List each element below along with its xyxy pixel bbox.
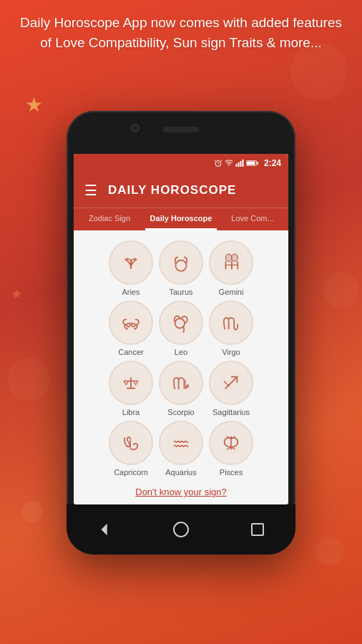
phone-speaker: [163, 127, 199, 132]
deco-star2: ★: [11, 286, 22, 302]
deco-circle5: [315, 537, 344, 565]
phone-nav-bar: [67, 504, 295, 555]
sagittarius-circle: [209, 361, 253, 405]
svg-point-25: [168, 430, 195, 457]
svg-marker-27: [102, 524, 107, 536]
taurus-label: Taurus: [169, 288, 192, 296]
sign-aquarius[interactable]: Aquarius: [159, 421, 203, 477]
sign-leo[interactable]: Leo: [159, 301, 203, 356]
aquarius-circle: [159, 421, 203, 465]
signs-row-4: Capricorn Aquarius: [109, 421, 253, 477]
status-icons: 2:24: [214, 158, 281, 168]
tab-daily-horoscope[interactable]: Daily Horoscope: [145, 208, 217, 230]
deco-circle2: [323, 272, 358, 308]
phone-screen: 2:24 ☰ DAILY HOROSCOPE Zodiac Sign Daily…: [74, 154, 288, 504]
battery-icon: [246, 159, 259, 167]
wifi-icon: [225, 159, 233, 167]
signs-row-2: Cancer: [109, 301, 253, 356]
svg-point-14: [232, 254, 238, 261]
deco-circle4: [21, 501, 43, 522]
sign-aries[interactable]: Aries: [109, 240, 153, 296]
svg-point-10: [168, 250, 195, 276]
capricorn-circle: [109, 421, 153, 465]
leo-circle: [159, 301, 203, 345]
svg-rect-2: [235, 164, 237, 167]
app-title: DAILY HOROSCOPE: [108, 183, 236, 197]
svg-rect-4: [240, 161, 241, 167]
home-button[interactable]: [171, 519, 191, 540]
dont-know-link[interactable]: Don't know your sign?: [135, 487, 227, 497]
libra-label: Libra: [122, 408, 140, 416]
sign-taurus[interactable]: Taurus: [159, 240, 203, 296]
aries-label: Aries: [122, 288, 140, 296]
pisces-circle: [209, 421, 253, 465]
svg-rect-8: [257, 162, 258, 165]
aries-circle: [109, 240, 153, 285]
scorpio-label: Scorpio: [167, 408, 194, 416]
gemini-label: Gemini: [219, 288, 244, 296]
sign-capricorn[interactable]: Capricorn: [109, 421, 153, 477]
sign-pisces[interactable]: Pisces: [209, 421, 253, 477]
capricorn-label: Capricorn: [114, 468, 148, 477]
sign-cancer[interactable]: Cancer: [109, 301, 153, 356]
svg-point-13: [225, 254, 231, 261]
gemini-circle: [209, 240, 253, 285]
tab-love-compatibility[interactable]: Love Com...: [217, 208, 288, 230]
svg-point-20: [218, 310, 245, 336]
back-button[interactable]: [94, 519, 114, 540]
sign-scorpio[interactable]: Scorpio: [159, 361, 203, 416]
phone-shell: 2:24 ☰ DAILY HOROSCOPE Zodiac Sign Daily…: [67, 111, 295, 555]
virgo-circle: [209, 301, 253, 345]
deco-circle3: [7, 358, 50, 401]
svg-point-15: [118, 310, 145, 336]
signal-icon: [235, 159, 244, 167]
sagittarius-label: Sagittarius: [212, 408, 250, 416]
svg-point-18: [168, 310, 195, 336]
tab-zodiac-sign[interactable]: Zodiac Sign: [74, 208, 145, 230]
signs-row-1: Aries Taurus: [109, 240, 253, 296]
status-bar: 2:24: [74, 154, 288, 173]
sign-libra[interactable]: Libra: [109, 361, 153, 416]
phone-camera: [131, 124, 140, 132]
svg-point-17: [132, 323, 135, 327]
sign-gemini[interactable]: Gemini: [209, 240, 253, 296]
cancer-label: Cancer: [118, 348, 143, 356]
app-bar: ☰ DAILY HOROSCOPE: [74, 173, 288, 208]
svg-point-24: [118, 430, 145, 457]
sign-sagittarius[interactable]: Sagittarius: [209, 361, 253, 416]
pisces-label: Pisces: [220, 468, 243, 477]
header-promo-text: Daily Horoscope App now comes with added…: [0, 13, 362, 52]
aquarius-label: Aquarius: [165, 468, 196, 477]
sign-virgo[interactable]: Virgo: [209, 301, 253, 356]
status-time: 2:24: [264, 158, 281, 168]
recents-button[interactable]: [248, 519, 268, 540]
scorpio-circle: [159, 361, 203, 405]
svg-rect-5: [242, 160, 243, 167]
signs-row-3: Libra S: [109, 361, 253, 416]
svg-rect-3: [238, 162, 239, 167]
deco-star: ★: [25, 93, 43, 117]
libra-circle: [109, 361, 153, 405]
leo-label: Leo: [175, 348, 187, 356]
svg-point-22: [168, 370, 195, 396]
alarm-icon: [214, 159, 222, 167]
svg-rect-7: [247, 162, 255, 165]
svg-point-1: [228, 165, 230, 167]
virgo-label: Virgo: [222, 348, 240, 356]
taurus-circle: [159, 240, 203, 285]
hamburger-icon[interactable]: ☰: [84, 183, 97, 197]
cancer-circle: [109, 301, 153, 345]
signs-grid: Aries Taurus: [74, 230, 288, 504]
svg-point-16: [127, 323, 130, 327]
tab-bar: Zodiac Sign Daily Horoscope Love Com...: [74, 208, 288, 230]
